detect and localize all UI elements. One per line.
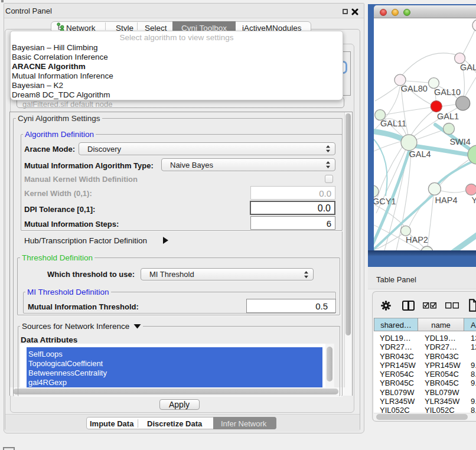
svg-text:SWI4: SWI4 <box>449 137 470 146</box>
svg-text:GAL10: GAL10 <box>434 87 461 97</box>
svg-text:GCY1: GCY1 <box>374 197 396 206</box>
svg-text:Y: Y <box>472 195 476 205</box>
svg-text:GAL80: GAL80 <box>401 84 428 93</box>
svg-text:GAL1: GAL1 <box>437 112 459 121</box>
svg-text:HAP4: HAP4 <box>435 195 458 205</box>
svg-text:GAL4: GAL4 <box>409 149 431 159</box>
svg-text:GAL7: GAL7 <box>460 63 476 72</box>
svg-text:GAL11: GAL11 <box>380 119 406 128</box>
svg-text:HAP2: HAP2 <box>406 235 428 244</box>
